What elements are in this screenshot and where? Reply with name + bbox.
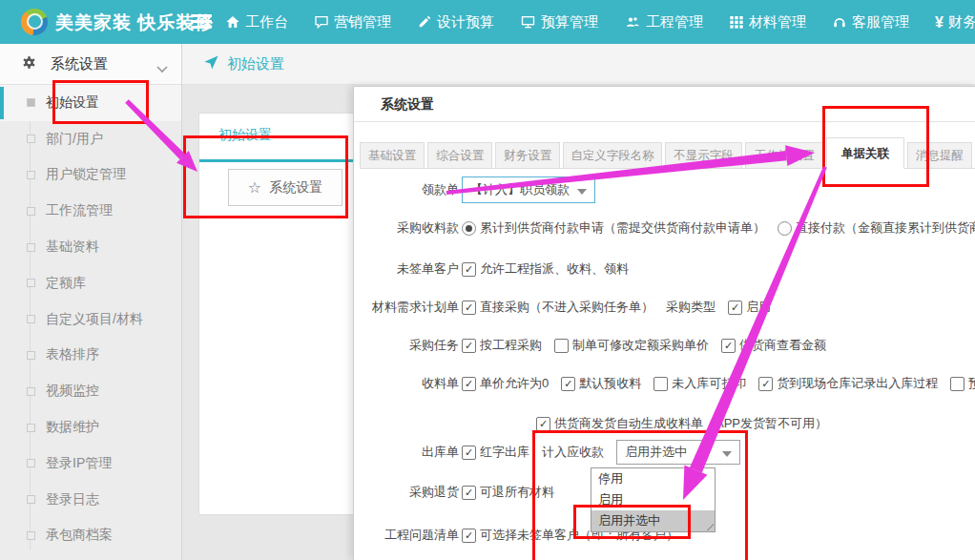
checkbox-checked[interactable]: ✓ bbox=[536, 417, 550, 431]
form-row: 采购任务✓按工程采购制单可修改定额采购单价✓供货商查看金额 bbox=[354, 332, 975, 359]
sidebar-item-label: 用户锁定管理 bbox=[46, 166, 126, 183]
caret-down-icon bbox=[722, 451, 732, 457]
sidebar-item[interactable]: 定额库 bbox=[0, 265, 181, 301]
checkbox[interactable] bbox=[653, 377, 668, 391]
sidebar-item-label: 登录日志 bbox=[46, 491, 99, 508]
grid-icon bbox=[729, 14, 744, 30]
checkbox[interactable] bbox=[554, 339, 569, 353]
topnav-item[interactable]: 设计预算 bbox=[417, 13, 494, 31]
checkbox-label: 单价允许为0 bbox=[480, 375, 549, 392]
checkbox-checked[interactable]: ✓ bbox=[462, 262, 476, 277]
caret-down-icon bbox=[577, 189, 587, 195]
sidebar-item[interactable]: 工作流管理 bbox=[0, 193, 181, 229]
tab-1[interactable]: 综合设置 bbox=[427, 142, 492, 168]
sidebar-item[interactable]: 初始设置 bbox=[0, 85, 181, 121]
sidebar-item[interactable]: 部门/用户 bbox=[0, 121, 181, 157]
form-item: 预收核实允许修改 bbox=[950, 375, 975, 392]
radio[interactable] bbox=[778, 221, 792, 236]
sidebar-item-marker-icon bbox=[27, 98, 35, 107]
topnav-item[interactable]: 工作台 bbox=[225, 13, 288, 31]
dropdown-option[interactable]: 启用 bbox=[591, 489, 715, 510]
radio-selected[interactable] bbox=[462, 221, 476, 236]
tab-4[interactable]: 不显示字段 bbox=[665, 142, 743, 168]
checkbox-checked[interactable]: ✓ bbox=[728, 301, 742, 315]
checkbox-label: 可退所有材料 bbox=[480, 484, 554, 501]
monitor-icon bbox=[520, 14, 536, 30]
sidebar-item[interactable]: 数据维护 bbox=[0, 409, 181, 446]
panel-tab-initial-settings[interactable]: 初始设置 bbox=[218, 127, 272, 144]
form-row: 领款单【计入】职员领款 bbox=[354, 176, 975, 203]
breadcrumb-label: 初始设置 bbox=[227, 55, 284, 73]
home-icon bbox=[225, 14, 240, 30]
sidebar-header-system-settings[interactable]: 系统设置 bbox=[0, 44, 181, 85]
form-item: ✓按工程采购 bbox=[462, 337, 542, 354]
tab-2[interactable]: 财务设置 bbox=[495, 142, 560, 168]
sidebar-item-label: 登录IP管理 bbox=[46, 455, 112, 472]
system-settings-button[interactable]: ☆ 系统设置 bbox=[228, 169, 342, 206]
sidebar-item[interactable]: 基础资料 bbox=[0, 229, 181, 265]
checkbox-checked[interactable]: ✓ bbox=[462, 486, 476, 500]
sidebar-item[interactable]: 自定义项目/材料 bbox=[0, 301, 181, 338]
checkbox[interactable] bbox=[950, 377, 965, 391]
checkbox-checked[interactable]: ✓ bbox=[561, 377, 575, 391]
tab-3[interactable]: 自定义字段名称 bbox=[563, 142, 661, 168]
sidebar-item[interactable]: 登录IP管理 bbox=[0, 446, 181, 482]
form-item: ✓供货商发货自动生成收料单（APP发货暂不可用） bbox=[536, 415, 827, 432]
form-row-label: 采购退货 bbox=[354, 484, 459, 501]
checkbox-checked[interactable]: ✓ bbox=[462, 529, 476, 543]
form-item: 直接付款（金额直接累计到供货商应付款） bbox=[778, 219, 975, 237]
form-row: 采购收料款累计到供货商付款申请（需提交供货商付款申请单）直接付款（金额直接累计到… bbox=[354, 215, 975, 241]
gear-icon bbox=[21, 54, 37, 74]
checkbox-checked[interactable]: ✓ bbox=[462, 301, 476, 315]
select-dropdown[interactable]: 【计入】职员领款 bbox=[462, 176, 595, 203]
headset-icon bbox=[832, 14, 847, 30]
sidebar-item-label: 视频监控 bbox=[46, 383, 99, 400]
topnav-item[interactable]: 预算管理 bbox=[520, 13, 598, 31]
app-window: 美美家装 快乐装修 工作台营销管理设计预算预算管理工程管理材料管理客服管理¥财务… bbox=[0, 0, 975, 560]
menu-toggle-icon[interactable] bbox=[191, 14, 212, 30]
topnav-item-label: 营销管理 bbox=[334, 13, 391, 31]
panel-tab-underline bbox=[199, 159, 362, 162]
sidebar-item[interactable]: 承包商档案 bbox=[0, 518, 181, 554]
checkbox-label: 启用 bbox=[746, 299, 771, 316]
checkbox-label: 默认预收料 bbox=[579, 375, 641, 392]
sidebar-item[interactable]: 用户锁定管理 bbox=[0, 157, 181, 194]
select-value: 【计入】职员领款 bbox=[470, 181, 570, 198]
form-item: ✓供货商查看金额 bbox=[721, 337, 826, 354]
checkbox-checked[interactable]: ✓ bbox=[758, 377, 773, 391]
brand-logo-icon bbox=[21, 9, 48, 35]
tab-7[interactable]: 消息提醒 bbox=[907, 142, 972, 168]
topnav-item[interactable]: 营销管理 bbox=[314, 13, 391, 31]
checkbox-checked[interactable]: ✓ bbox=[462, 446, 476, 460]
form-item: ✓允许工程指派、收料、领料 bbox=[462, 260, 629, 278]
select-dropdown[interactable]: 启用并选中 bbox=[616, 440, 740, 465]
breadcrumb[interactable]: 初始设置 bbox=[203, 54, 284, 73]
sidebar-item[interactable]: 表格排序 bbox=[0, 338, 181, 374]
sidebar-item[interactable]: 登录日志 bbox=[0, 482, 181, 518]
star-icon: ☆ bbox=[248, 178, 261, 197]
sidebar-item[interactable]: 视频监控 bbox=[0, 373, 181, 409]
topnav-item[interactable]: 工程管理 bbox=[624, 13, 703, 31]
topnav-item[interactable]: 材料管理 bbox=[729, 13, 806, 31]
dropdown-option-list: 停用启用启用并选中 bbox=[591, 467, 716, 532]
tab-active-6[interactable]: 单据关联 bbox=[826, 137, 904, 169]
topnav-item[interactable]: 客服管理 bbox=[832, 13, 909, 31]
checkbox-label: 允许工程指派、收料、领料 bbox=[480, 260, 629, 278]
form-row-items: ✓可退所有材料 bbox=[462, 484, 567, 501]
edit-icon bbox=[417, 14, 432, 30]
tab-5[interactable]: 工作流设置 bbox=[745, 142, 823, 168]
checkbox-checked[interactable]: ✓ bbox=[462, 339, 476, 353]
form-row-label: 采购任务 bbox=[354, 337, 459, 354]
dropdown-option[interactable]: 停用 bbox=[591, 468, 715, 489]
checkbox-checked[interactable]: ✓ bbox=[721, 339, 736, 353]
sidebar-item-label: 表格排序 bbox=[46, 346, 99, 363]
dropdown-option-selected[interactable]: 启用并选中 bbox=[591, 510, 715, 531]
users-icon bbox=[624, 14, 641, 30]
sidebar-item-label: 承包商档案 bbox=[46, 527, 113, 544]
sidebar-item-marker-icon bbox=[27, 387, 35, 396]
form-row-label: 出库单 bbox=[354, 444, 459, 461]
topnav-item[interactable]: ¥财务管理 bbox=[935, 13, 975, 31]
tab-0[interactable]: 基础设置 bbox=[360, 142, 425, 168]
form-row-label: 未签单客户 bbox=[354, 260, 459, 278]
checkbox-checked[interactable]: ✓ bbox=[462, 377, 476, 391]
